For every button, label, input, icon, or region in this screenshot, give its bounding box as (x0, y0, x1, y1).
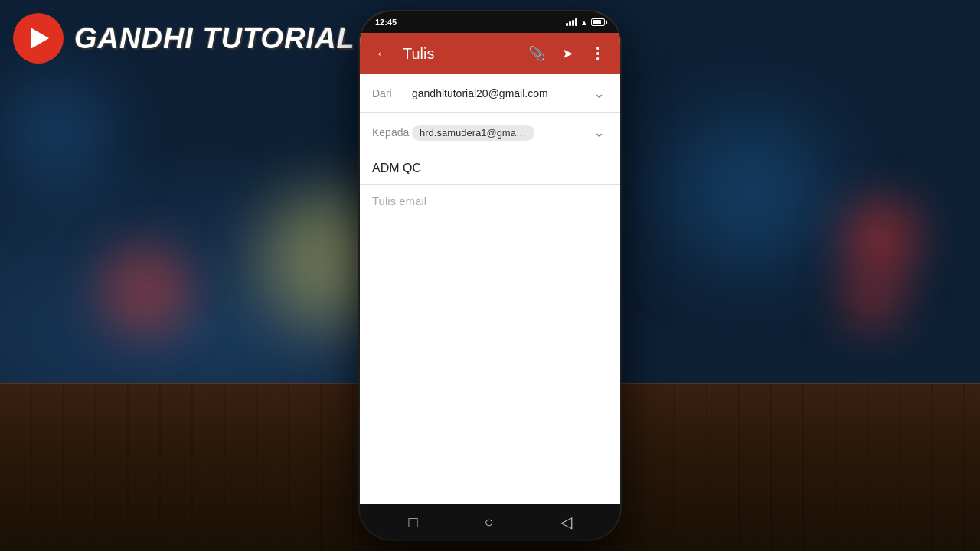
more-button[interactable] (585, 41, 611, 67)
compose-header: ← Tulis 📎 ➤ (360, 33, 620, 74)
email-form: Dari gandhitutorial20@gmail.com ⌄ Kepada… (360, 74, 620, 504)
body-area[interactable]: Tulis email (360, 185, 620, 504)
battery-icon (591, 18, 605, 26)
nav-recents-button[interactable]: □ (408, 514, 417, 531)
youtube-play-icon (31, 28, 49, 49)
body-placeholder[interactable]: Tulis email (372, 194, 426, 207)
status-time: 12:45 (375, 18, 397, 27)
from-label: Dari (372, 87, 412, 99)
to-chip[interactable]: hrd.samudera1@gmail.c... (412, 125, 534, 141)
youtube-logo (13, 13, 64, 64)
bokeh-1 (100, 245, 191, 337)
more-icon (596, 47, 599, 60)
to-row: Kepada hrd.samudera1@gmail.c... ⌄ (360, 113, 620, 152)
nav-home-button[interactable]: ○ (485, 514, 494, 531)
from-row: Dari gandhitutorial20@gmail.com ⌄ (360, 74, 620, 113)
bokeh-5 (674, 115, 827, 268)
nav-back-button[interactable]: ◁ (560, 513, 572, 531)
battery-fill (593, 20, 601, 24)
wifi-icon: ▲ (580, 18, 588, 27)
bokeh-4 (842, 268, 903, 329)
send-button[interactable]: ➤ (554, 41, 580, 67)
status-bar: 12:45 ▲ (360, 11, 620, 33)
signal-icon (566, 18, 577, 26)
bottom-nav: □ ○ ◁ (360, 504, 620, 540)
to-field-area: hrd.samudera1@gmail.c... (412, 125, 590, 141)
attach-button[interactable]: 📎 (524, 41, 550, 67)
send-icon: ➤ (562, 45, 573, 62)
status-icons: ▲ (566, 18, 605, 27)
from-expand-icon[interactable]: ⌄ (590, 82, 608, 105)
app-screen: ← Tulis 📎 ➤ (360, 33, 620, 504)
channel-name: GANDHI TUTORIAL (74, 22, 355, 55)
back-button[interactable]: ← (369, 41, 395, 67)
to-expand-icon[interactable]: ⌄ (590, 121, 608, 144)
subject-value[interactable]: ADM QC (372, 161, 421, 174)
phone-frame: 12:45 ▲ ← Tulis 📎 (360, 11, 620, 540)
bokeh-6 (0, 77, 115, 191)
attach-icon: 📎 (528, 45, 545, 62)
phone-device: 12:45 ▲ ← Tulis 📎 (360, 11, 620, 540)
from-value[interactable]: gandhitutorial20@gmail.com (412, 87, 590, 99)
brand-area: GANDHI TUTORIAL (13, 13, 355, 64)
compose-title: Tulis (403, 45, 516, 63)
bokeh-3 (842, 199, 919, 276)
back-icon: ← (375, 46, 389, 62)
subject-row[interactable]: ADM QC (360, 152, 620, 185)
header-actions: 📎 ➤ (524, 41, 611, 67)
to-label: Kepada (372, 126, 412, 139)
